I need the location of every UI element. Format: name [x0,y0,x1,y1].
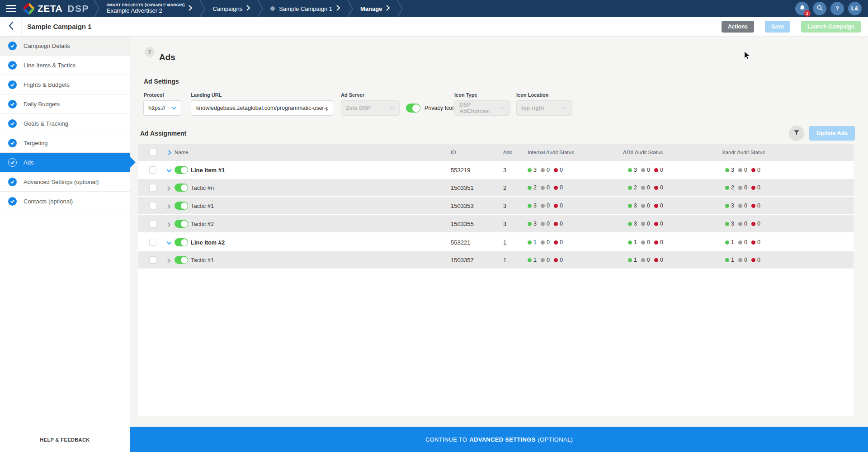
notifications-button[interactable]: 1 [795,2,809,15]
column-header-ads[interactable]: Ads [503,144,512,161]
chevron-down-icon[interactable] [166,167,172,173]
campaign-header-bar: Sample Campaign 1 Actions Save Launch Ca… [0,17,868,36]
sidebar-item-daily-budgets[interactable]: Daily Budgets [0,94,130,114]
row-checkbox[interactable] [149,256,156,264]
back-button[interactable] [0,17,22,36]
row-enabled-toggle[interactable] [175,220,188,228]
icon-type-label: Icon Type [454,92,477,98]
chevron-right-icon[interactable] [166,203,172,208]
table-row-tactic-1[interactable]: Tactic #1 1503353 3 3 0 0 3 0 0 3 0 0 [138,197,854,215]
chevron-right-icon[interactable] [166,185,172,190]
row-checkbox[interactable] [149,184,156,191]
row-name[interactable]: Tactic #1 [191,197,214,214]
protocol-label: Protocol [144,92,164,98]
table-row-line-item-2[interactable]: Line Item #2 553221 1 1 0 0 1 0 0 1 0 0 [138,233,854,251]
pending-dot [541,240,545,245]
rejected-dot [654,186,658,190]
row-name[interactable]: Line Item #2 [191,233,225,251]
step-number-badge: 7 [145,47,155,57]
row-enabled-toggle[interactable] [175,256,188,264]
row-checkbox[interactable] [149,239,156,246]
row-enabled-toggle[interactable] [175,202,188,210]
table-row-tactic-1b[interactable]: Tactic #1 1503357 1 1 0 0 1 0 0 1 0 0 [138,251,854,269]
rejected-dot [554,222,558,226]
save-button[interactable]: Save [765,21,790,33]
table-row-line-item-1[interactable]: Line Item #1 553219 3 3 0 0 3 0 0 3 0 0 [138,161,854,179]
select-all-checkbox[interactable] [149,149,156,156]
landing-url-input[interactable] [191,100,333,116]
sidebar-item-contacts[interactable]: Contacts (optional) [0,192,130,211]
pending-dot [738,240,742,245]
internal-audit-status: 3 0 0 [528,215,567,232]
zeta-dsp-logo[interactable]: ZETA DSP [23,3,89,14]
launch-campaign-button[interactable]: Launch Campaign [801,21,861,33]
chevron-down-icon [390,105,395,111]
approved-dot [628,240,632,245]
icon-location-select: top right [516,100,572,116]
rejected-dot [554,258,558,262]
breadcrumb-campaign[interactable]: Sample Campaign 1 [264,0,347,17]
sidebar-item-ads[interactable]: Ads [0,153,130,172]
sidebar-item-targeting[interactable]: Targeting [0,133,130,153]
update-ads-button[interactable]: Update Ads [809,126,855,141]
section-heading-ads: Ads [159,52,175,62]
sidebar-item-campaign-details[interactable]: Campaign Details [0,36,130,56]
row-name[interactable]: Tactic #n [191,179,214,196]
breadcrumb-advertiser[interactable]: SMART PROJECTS (VARIABLE MARGIN) Example… [100,0,199,17]
check-icon [8,42,17,50]
column-header-xandr[interactable]: Xandr Audit Status [722,144,765,161]
row-id: 1503355 [451,215,474,232]
avatar[interactable]: L& [848,2,862,15]
sidebar-item-goals-tracking[interactable]: Goals & Tracking [0,114,130,133]
column-header-id[interactable]: ID [451,144,456,161]
menu-icon[interactable] [6,5,16,12]
breadcrumb-manage[interactable]: Manage [354,0,397,17]
top-nav-bar: ZETA DSP SMART PROJECTS (VARIABLE MARGIN… [0,0,868,17]
row-name[interactable]: Line Item #1 [191,161,225,179]
chevron-down-icon [562,105,567,111]
table-row-tactic-n[interactable]: Tactic #n 1503351 2 2 0 0 2 0 0 2 0 0 [138,179,854,197]
sidebar-item-label: Flights & Budgets [24,81,70,88]
rejected-dot [554,186,558,190]
protocol-select[interactable]: https:// [143,100,181,116]
row-enabled-toggle[interactable] [175,166,188,174]
help-button[interactable]: ? [830,2,844,15]
row-name[interactable]: Tactic #1 [191,251,214,268]
breadcrumb-campaigns[interactable]: Campaigns [206,0,257,17]
chevron-right-icon[interactable] [166,257,172,263]
approved-dot [528,258,532,262]
sidebar-item-flights-budgets[interactable]: Flights & Budgets [0,75,130,94]
privacy-icon-toggle[interactable] [406,104,420,113]
row-checkbox[interactable] [149,220,156,227]
column-header-adx[interactable]: ADX Audit Status [623,144,663,161]
ad-settings-title: Ad Settings [144,78,179,85]
sidebar-item-advanced-settings[interactable]: Advanced Settings (optional) [0,172,130,192]
row-checkbox[interactable] [149,166,156,174]
check-icon [8,197,17,206]
search-icon [816,5,823,13]
rejected-dot [654,222,658,226]
approved-dot [528,222,532,226]
chevron-down-icon [172,105,176,111]
column-header-internal[interactable]: Internal Audit Status [528,144,574,161]
xandr-audit-status: 3 0 0 [725,215,764,232]
rejected-dot [554,240,558,245]
sidebar-item-line-items-tactics[interactable]: Line Items & Tactics [0,56,130,75]
chevron-down-icon[interactable] [166,240,172,245]
chevron-right-icon[interactable] [167,144,172,161]
xandr-audit-status: 1 0 0 [725,233,764,251]
filter-button[interactable] [789,126,804,141]
column-header-name[interactable]: Name [175,144,189,161]
row-checkbox[interactable] [149,202,156,209]
chevron-right-icon[interactable] [166,221,172,226]
row-name[interactable]: Tactic #2 [191,215,214,232]
row-enabled-toggle[interactable] [175,184,188,192]
help-feedback-button[interactable]: HELP & FEEDBACK [0,427,130,452]
row-enabled-toggle[interactable] [175,238,188,246]
actions-button[interactable]: Actions [722,21,754,33]
campaign-steps-sidebar: Campaign Details Line Items & Tactics Fl… [0,36,130,427]
continue-button[interactable]: CONTINUE TO ADVANCED SETTINGS (OPTIONAL) [130,427,868,452]
row-id: 1503351 [451,179,474,196]
table-row-tactic-2[interactable]: Tactic #2 1503355 3 3 0 0 3 0 0 3 0 0 [138,215,854,233]
search-button[interactable] [813,2,826,15]
